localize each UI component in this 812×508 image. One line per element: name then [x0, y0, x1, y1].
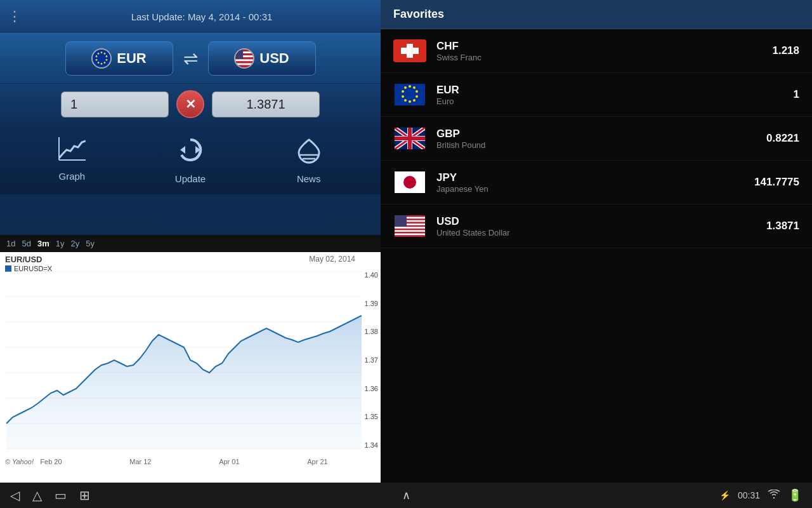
- chart-date-label: May 02, 2014: [309, 255, 355, 264]
- chart-pair-label: EUR/USD: [5, 255, 43, 264]
- svg-point-2: [104, 53, 106, 55]
- svg-rect-67: [395, 227, 425, 229]
- svg-rect-69: [395, 234, 425, 236]
- update-button[interactable]: Update: [152, 136, 228, 184]
- swap-button[interactable]: ⇌: [183, 48, 198, 69]
- currency-code-usd: USD: [436, 215, 766, 228]
- amount-input[interactable]: [61, 91, 169, 117]
- svg-point-5: [104, 62, 106, 64]
- currency-code-gbp: GBP: [436, 128, 766, 140]
- from-currency-button[interactable]: EUR: [65, 41, 173, 76]
- svg-rect-17: [235, 59, 253, 61]
- graph-label: Graph: [58, 171, 85, 182]
- update-label: Update: [175, 173, 206, 184]
- svg-point-9: [96, 55, 98, 57]
- currency-rate-chf: 1.218: [772, 44, 799, 57]
- currency-info-usd: USD United States Dollar: [436, 215, 766, 237]
- svg-point-43: [413, 86, 416, 89]
- chart-y-labels: 1.40 1.39 1.38 1.37 1.36 1.35 1.34: [365, 271, 378, 449]
- battery-icon: 🔋: [788, 488, 802, 502]
- currency-info-chf: CHF Swiss Franc: [436, 40, 772, 62]
- time-5y[interactable]: 5y: [86, 239, 95, 248]
- list-item-gbp[interactable]: GBP British Pound 0.8221: [381, 117, 812, 161]
- chart-x-labels: Feb 20 Mar 12 Apr 01 Apr 21: [0, 458, 362, 465]
- action-buttons: Graph Update New: [0, 127, 381, 194]
- chart-time-selector: 1d 5d 3m 1y 2y 5y: [0, 235, 381, 252]
- favorites-title: Favorites: [393, 8, 444, 20]
- svg-point-44: [416, 90, 418, 93]
- currency-code-jpy: JPY: [436, 171, 754, 184]
- favorites-header: Favorites: [381, 0, 812, 29]
- recent-button[interactable]: ▭: [55, 488, 67, 503]
- time-1d[interactable]: 1d: [6, 239, 15, 248]
- svg-point-48: [404, 99, 407, 102]
- chart-container: EUR/USD May 02, 2014 EURUSD=X 1.40 1.39 …: [0, 252, 381, 469]
- currency-info-gbp: GBP British Pound: [436, 128, 766, 150]
- up-arrow-button[interactable]: ∧: [402, 488, 410, 502]
- svg-marker-25: [180, 146, 185, 154]
- currency-info-eur: EUR Euro: [436, 84, 794, 106]
- currency-code-chf: CHF: [436, 40, 772, 53]
- svg-point-42: [409, 85, 411, 88]
- input-row: ✕ 1.3871: [0, 84, 381, 127]
- clear-icon: ✕: [185, 97, 196, 112]
- currency-name-usd: United States Dollar: [436, 228, 766, 237]
- svg-point-1: [101, 51, 103, 53]
- time-3m[interactable]: 3m: [37, 239, 49, 248]
- chart-yahoo-label: © Yahoo!: [5, 458, 34, 465]
- usb-icon: ⚡: [719, 490, 730, 500]
- svg-point-8: [96, 59, 98, 61]
- last-update-label: Last Update: May 4, 2014 - 00:31: [30, 11, 373, 22]
- svg-rect-18: [235, 61, 253, 63]
- from-flag: [91, 48, 112, 69]
- news-label: News: [297, 173, 321, 184]
- currency-rate-jpy: 141.7775: [754, 176, 799, 189]
- news-button[interactable]: News: [271, 136, 347, 184]
- svg-point-7: [98, 62, 100, 64]
- svg-rect-68: [395, 230, 425, 232]
- svg-point-47: [409, 100, 411, 103]
- qr-button[interactable]: ⊞: [79, 488, 90, 503]
- currency-rate-eur: 1: [794, 88, 799, 101]
- svg-point-45: [416, 95, 418, 98]
- time-1y[interactable]: 1y: [56, 239, 65, 248]
- graph-icon: [58, 136, 86, 167]
- svg-point-10: [98, 53, 100, 55]
- svg-rect-70: [395, 215, 407, 227]
- graph-button[interactable]: Graph: [34, 136, 110, 184]
- flag-jpy: [393, 171, 426, 194]
- currency-rate-gbp: 0.8221: [766, 132, 799, 145]
- menu-button[interactable]: ⋮: [8, 8, 20, 25]
- list-item-eur[interactable]: EUR Euro 1: [381, 73, 812, 117]
- system-right: ⚡ 00:31 🔋: [719, 488, 802, 502]
- from-currency-code: EUR: [117, 50, 146, 67]
- list-item-jpy[interactable]: JPY Japanese Yen 141.7775: [381, 161, 812, 204]
- back-button[interactable]: ◁: [10, 488, 20, 503]
- svg-point-46: [413, 99, 416, 102]
- update-icon: [176, 136, 204, 170]
- svg-rect-19: [235, 64, 253, 65]
- flag-gbp: [393, 127, 426, 150]
- to-currency-code: USD: [259, 50, 289, 67]
- currency-name-eur: Euro: [436, 97, 794, 106]
- svg-point-4: [106, 59, 108, 61]
- time-5d[interactable]: 5d: [22, 239, 30, 248]
- chart-svg: [6, 271, 362, 452]
- wifi-icon: [768, 490, 780, 502]
- svg-point-62: [403, 176, 416, 189]
- flag-chf: [393, 39, 426, 62]
- news-icon: [295, 136, 323, 170]
- svg-point-49: [402, 95, 404, 98]
- system-bar: ◁ △ ▭ ⊞ ∧ ⚡ 00:31 🔋: [0, 483, 812, 508]
- svg-rect-40: [401, 48, 419, 54]
- to-currency-button[interactable]: USD: [208, 41, 316, 76]
- system-time: 00:31: [738, 490, 760, 500]
- list-item-usd[interactable]: USD United States Dollar 1.3871: [381, 204, 812, 248]
- list-item-chf[interactable]: CHF Swiss Franc 1.218: [381, 29, 812, 73]
- result-display: 1.3871: [212, 91, 320, 117]
- flag-eur: [393, 83, 426, 106]
- clear-button[interactable]: ✕: [176, 90, 204, 118]
- currency-code-eur: EUR: [436, 84, 794, 97]
- time-2y[interactable]: 2y: [70, 239, 79, 248]
- home-button[interactable]: △: [32, 488, 42, 503]
